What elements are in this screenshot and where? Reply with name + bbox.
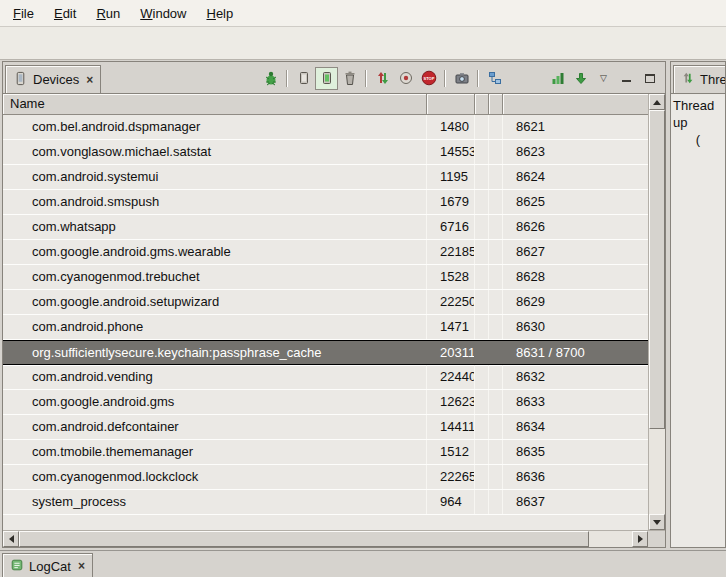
menu-run[interactable]: Run: [86, 2, 130, 25]
menu-edit[interactable]: Edit: [44, 2, 86, 25]
tab-threads[interactable]: Threa: [673, 65, 726, 93]
update-threads-icon[interactable]: [371, 67, 394, 90]
table-row[interactable]: com.google.android.gms126238633: [3, 390, 665, 415]
cell-blank: [475, 290, 489, 314]
menu-help[interactable]: Help: [196, 2, 243, 25]
table-row[interactable]: com.android.smspush16798625: [3, 190, 665, 215]
cell-blank: [475, 490, 489, 514]
cell-blank: [475, 365, 489, 389]
table-row[interactable]: com.android.systemui11958624: [3, 165, 665, 190]
horizontal-scroll-track[interactable]: [19, 531, 632, 547]
heap-chart-icon[interactable]: [546, 67, 569, 90]
cell-process-name: com.google.android.gms.wearable: [3, 240, 427, 264]
cell-blank: [489, 165, 503, 189]
table-row[interactable]: com.tmobile.thememanager15128635: [3, 440, 665, 465]
cell-process-name: com.tmobile.thememanager: [3, 440, 427, 464]
stop-process-icon[interactable]: STOP: [417, 67, 440, 90]
scroll-right-button[interactable]: [632, 531, 648, 547]
column-header-col4[interactable]: [503, 94, 648, 114]
cell-blank: [475, 390, 489, 414]
pull-file-icon[interactable]: [569, 67, 592, 90]
cell-pid: 22185: [427, 240, 475, 264]
table-row[interactable]: org.sufficientlysecure.keychain:passphra…: [3, 340, 665, 365]
vertical-scroll-thumb[interactable]: [649, 110, 665, 429]
cause-gc-icon[interactable]: [338, 67, 361, 90]
cell-port: 8633: [503, 390, 665, 414]
tab-devices[interactable]: Devices ×: [5, 65, 101, 93]
cell-process-name: org.sufficientlysecure.keychain:passphra…: [3, 341, 427, 364]
threads-message-line2: (: [673, 131, 723, 148]
horizontal-scroll-thumb[interactable]: [19, 531, 589, 547]
table-row[interactable]: com.google.android.gms.wearable221858627: [3, 240, 665, 265]
arrow-down-icon: [653, 520, 661, 525]
tab-logcat-label: LogCat: [29, 559, 71, 574]
cell-pid: 6716: [427, 215, 475, 239]
cell-port: 8628: [503, 265, 665, 289]
hierarchy-view-icon[interactable]: [483, 67, 506, 90]
dump-hprof-icon[interactable]: [315, 67, 338, 90]
view-menu-icon[interactable]: ▽: [592, 67, 615, 90]
table-row[interactable]: com.whatsapp67168626: [3, 215, 665, 240]
horizontal-scrollbar[interactable]: [3, 530, 648, 547]
cell-port: 8636: [503, 465, 665, 489]
minimize-icon[interactable]: [615, 67, 638, 90]
cell-pid: 22440: [427, 365, 475, 389]
table-row[interactable]: com.vonglasow.michael.satstat145538623: [3, 140, 665, 165]
cell-pid: 14553: [427, 140, 475, 164]
debug-icon[interactable]: [259, 67, 282, 90]
update-heap-icon[interactable]: [292, 67, 315, 90]
table-row[interactable]: com.bel.android.dspmanager14808621: [3, 115, 665, 140]
cell-blank: [489, 315, 503, 339]
cell-blank: [475, 140, 489, 164]
scroll-down-button[interactable]: [649, 514, 665, 530]
tab-logcat[interactable]: LogCat ×: [2, 553, 93, 577]
cell-process-name: com.vonglasow.michael.satstat: [3, 140, 427, 164]
scroll-left-button[interactable]: [3, 531, 19, 547]
cell-pid: 14411: [427, 415, 475, 439]
minimize-glyph: [622, 74, 631, 83]
toolbar-separator: [286, 70, 288, 87]
cell-blank: [475, 190, 489, 214]
table-row[interactable]: com.cyanogenmod.trebuchet15288628: [3, 265, 665, 290]
cell-port: 8623: [503, 140, 665, 164]
logcat-icon: [10, 558, 24, 575]
close-icon[interactable]: ×: [78, 559, 85, 573]
cell-pid: 1679: [427, 190, 475, 214]
cell-port: 8630: [503, 315, 665, 339]
table-row[interactable]: com.google.android.setupwizard222508629: [3, 290, 665, 315]
column-header-name[interactable]: Name: [3, 94, 427, 114]
cell-process-name: com.android.vending: [3, 365, 427, 389]
table-row[interactable]: com.android.phone14718630: [3, 315, 665, 340]
cell-blank: [489, 290, 503, 314]
svg-text:STOP: STOP: [423, 76, 434, 81]
tab-devices-label: Devices: [33, 72, 79, 87]
cell-blank: [489, 390, 503, 414]
table-row[interactable]: com.cyanogenmod.lockclock222658636: [3, 465, 665, 490]
menu-window[interactable]: Window: [130, 2, 196, 25]
screen-capture-icon[interactable]: [450, 67, 473, 90]
column-header-col3[interactable]: [489, 94, 503, 114]
table-row[interactable]: system_process9648637: [3, 490, 665, 515]
devices-panel: Devices ×: [2, 61, 666, 548]
cell-port: 8631 / 8700: [503, 341, 665, 364]
toolbar-separator: [365, 70, 367, 87]
arrow-up-icon: [653, 100, 661, 105]
vertical-scroll-track[interactable]: [649, 110, 665, 514]
cell-pid: 1480: [427, 115, 475, 139]
scroll-up-button[interactable]: [649, 94, 665, 110]
arrow-right-icon: [638, 535, 643, 543]
table-row[interactable]: com.android.vending224408632: [3, 365, 665, 390]
menu-file[interactable]: File: [3, 2, 44, 25]
table-row[interactable]: com.android.defcontainer144118634: [3, 415, 665, 440]
column-header-col1[interactable]: [427, 94, 475, 114]
threads-content: Thread up (: [671, 93, 725, 547]
method-profiling-icon[interactable]: [394, 67, 417, 90]
cell-blank: [489, 115, 503, 139]
cell-port: 8624: [503, 165, 665, 189]
bottom-scroll-row: [3, 530, 665, 547]
maximize-icon[interactable]: [638, 67, 661, 90]
cell-pid: 12623: [427, 390, 475, 414]
column-header-col2[interactable]: [475, 94, 489, 114]
close-icon[interactable]: ×: [86, 73, 93, 87]
vertical-scrollbar[interactable]: [648, 94, 665, 530]
